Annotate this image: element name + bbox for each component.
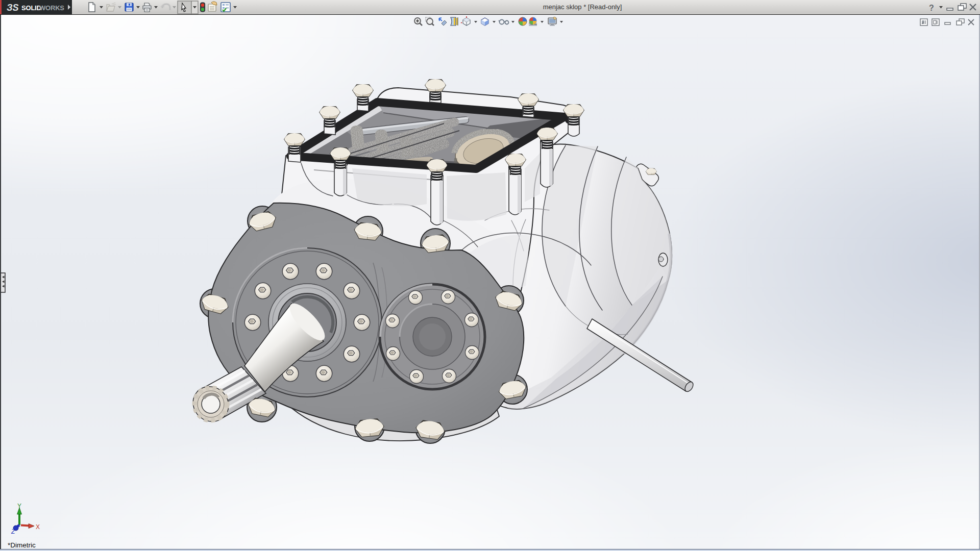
svg-text:Y: Y xyxy=(17,503,21,510)
svg-text:Z: Z xyxy=(11,528,15,535)
svg-text:SOLID: SOLID xyxy=(21,4,41,12)
svg-text:WORKS: WORKS xyxy=(39,4,64,12)
svg-text:ЗS: ЗS xyxy=(7,3,19,13)
svg-text:?: ? xyxy=(929,4,934,12)
svg-text:X: X xyxy=(36,523,40,531)
